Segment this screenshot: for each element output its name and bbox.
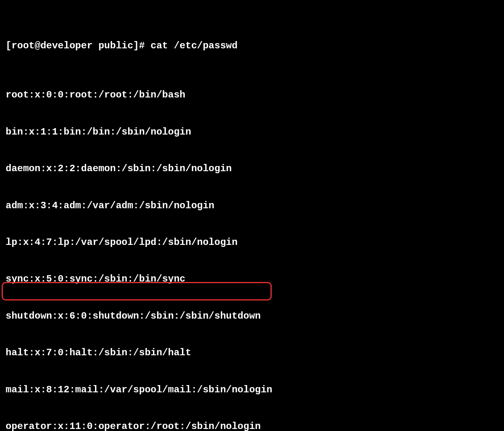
output-line: operator:x:11:0:operator:/root:/sbin/nol…	[6, 421, 498, 431]
output-line: lp:x:4:7:lp:/var/spool/lpd:/sbin/nologin	[6, 236, 498, 249]
output-line: sync:x:5:0:sync:/sbin:/bin/sync	[6, 273, 498, 285]
output-line: root:x:0:0:root:/root:/bin/bash	[6, 89, 498, 101]
shell-prompt: [root@developer public]#	[6, 40, 151, 51]
output-line: daemon:x:2:2:daemon:/sbin:/sbin/nologin	[6, 163, 498, 175]
output-line: adm:x:3:4:adm:/var/adm:/sbin/nologin	[6, 200, 498, 212]
command-line-1: [root@developer public]# cat /etc/passwd	[6, 40, 498, 52]
output-line: shutdown:x:6:0:shutdown:/sbin:/sbin/shut…	[6, 310, 498, 322]
output-line: halt:x:7:0:halt:/sbin:/sbin/halt	[6, 347, 498, 359]
output-line: bin:x:1:1:bin:/bin:/sbin/nologin	[6, 126, 498, 138]
command-text: cat /etc/passwd	[151, 40, 238, 51]
output-line: mail:x:8:12:mail:/var/spool/mail:/sbin/n…	[6, 384, 498, 396]
terminal-window[interactable]: [root@developer public]# cat /etc/passwd…	[0, 0, 504, 431]
